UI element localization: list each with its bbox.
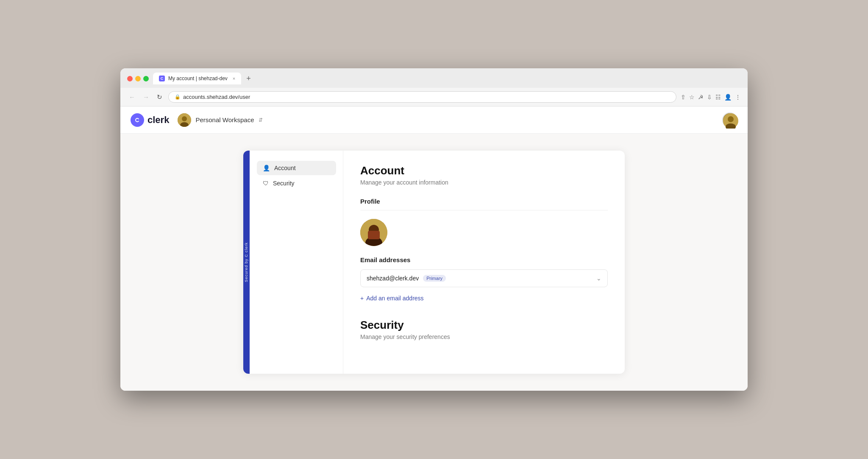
sidebar-item-account[interactable]: 👤 Account bbox=[257, 161, 336, 175]
title-bar: C My account | shehzad-dev × + bbox=[120, 68, 748, 88]
profile-icon[interactable]: 👤 bbox=[724, 94, 732, 101]
user-avatar-top[interactable] bbox=[722, 112, 737, 128]
sidebar-item-security[interactable]: 🛡 Security bbox=[257, 176, 336, 190]
security-title: Security bbox=[360, 319, 608, 332]
account-title: Account bbox=[360, 164, 608, 177]
tab-close-button[interactable]: × bbox=[233, 76, 235, 81]
browser-actions: ⇧ ☆ ☭ ⇩ ☷ 👤 ⋮ bbox=[681, 94, 741, 101]
clerk-logo[interactable]: clerk bbox=[131, 113, 169, 127]
app-bar-left: clerk Personal Workspace ⇵ bbox=[131, 113, 263, 127]
lock-icon: 🔒 bbox=[175, 94, 181, 100]
url-text: accounts.shehzad.dev/user bbox=[183, 94, 250, 100]
email-section-label: Email addresses bbox=[360, 256, 608, 263]
add-icon: + bbox=[360, 295, 364, 302]
svg-point-0 bbox=[134, 116, 141, 124]
new-tab-button[interactable]: + bbox=[244, 74, 253, 83]
security-subtitle: Manage your security preferences bbox=[360, 333, 608, 340]
browser-window: C My account | shehzad-dev × + ← → ↻ 🔒 a… bbox=[120, 68, 748, 391]
reload-button[interactable]: ↻ bbox=[155, 92, 164, 102]
tab-favicon: C bbox=[159, 76, 165, 81]
workspace-chevron-icon: ⇵ bbox=[259, 117, 263, 123]
svg-point-5 bbox=[728, 116, 734, 122]
account-subtitle: Manage your account information bbox=[360, 179, 608, 186]
workspace-avatar bbox=[178, 113, 191, 127]
person-icon: 👤 bbox=[263, 165, 270, 171]
shield-icon: 🛡 bbox=[263, 180, 269, 187]
sidebar-security-label: Security bbox=[273, 180, 295, 187]
download-icon[interactable]: ⇩ bbox=[707, 94, 712, 101]
svg-rect-10 bbox=[368, 231, 380, 239]
content-wrapper: Secured by C clerk 👤 Account 🛡 Security … bbox=[243, 151, 625, 374]
close-window-button[interactable] bbox=[127, 76, 133, 81]
add-email-button[interactable]: + Add an email address bbox=[360, 291, 424, 305]
secured-by-text: Secured by C clerk bbox=[244, 242, 248, 282]
tab-title: My account | shehzad-dev bbox=[168, 76, 228, 81]
maximize-window-button[interactable] bbox=[143, 76, 149, 81]
profile-avatar-wrapper bbox=[360, 216, 608, 246]
workspace-selector[interactable]: Personal Workspace ⇵ bbox=[178, 113, 262, 127]
secured-by-clerk-banner[interactable]: Secured by C clerk bbox=[243, 151, 250, 374]
main-panel: Account Manage your account information … bbox=[343, 151, 625, 374]
window-controls bbox=[127, 76, 149, 81]
email-row-left: shehzad@clerk.dev Primary bbox=[367, 275, 446, 282]
sidebar: 👤 Account 🛡 Security bbox=[250, 151, 343, 374]
sidebar-toggle-icon[interactable]: ☷ bbox=[715, 94, 721, 101]
clerk-logo-icon bbox=[131, 113, 144, 127]
share-icon[interactable]: ⇧ bbox=[681, 94, 686, 101]
email-address: shehzad@clerk.dev bbox=[367, 275, 419, 282]
email-row[interactable]: shehzad@clerk.dev Primary ⌄ bbox=[360, 269, 608, 287]
back-button[interactable]: ← bbox=[127, 92, 137, 101]
forward-button[interactable]: → bbox=[141, 92, 151, 101]
profile-section-label: Profile bbox=[360, 198, 608, 210]
sidebar-account-label: Account bbox=[274, 165, 296, 171]
clerk-logo-text: clerk bbox=[147, 115, 169, 126]
main-content: Secured by C clerk 👤 Account 🛡 Security … bbox=[120, 134, 748, 391]
email-chevron-icon: ⌄ bbox=[596, 275, 601, 282]
app-bar: clerk Personal Workspace ⇵ bbox=[120, 106, 748, 134]
star-icon[interactable]: ☆ bbox=[689, 94, 695, 101]
address-bar: ← → ↻ 🔒 accounts.shehzad.dev/user ⇧ ☆ ☭ … bbox=[120, 88, 748, 106]
active-tab[interactable]: C My account | shehzad-dev × bbox=[153, 73, 241, 84]
primary-badge: Primary bbox=[423, 275, 446, 282]
tab-bar: C My account | shehzad-dev × + bbox=[153, 73, 253, 84]
url-bar[interactable]: 🔒 accounts.shehzad.dev/user bbox=[168, 91, 676, 103]
profile-avatar[interactable] bbox=[360, 219, 387, 246]
extensions-icon[interactable]: ☭ bbox=[698, 94, 704, 101]
workspace-name: Personal Workspace bbox=[195, 116, 254, 123]
svg-point-2 bbox=[182, 116, 187, 121]
add-email-label: Add an email address bbox=[366, 295, 423, 302]
menu-icon[interactable]: ⋮ bbox=[735, 94, 741, 101]
minimize-window-button[interactable] bbox=[135, 76, 141, 81]
